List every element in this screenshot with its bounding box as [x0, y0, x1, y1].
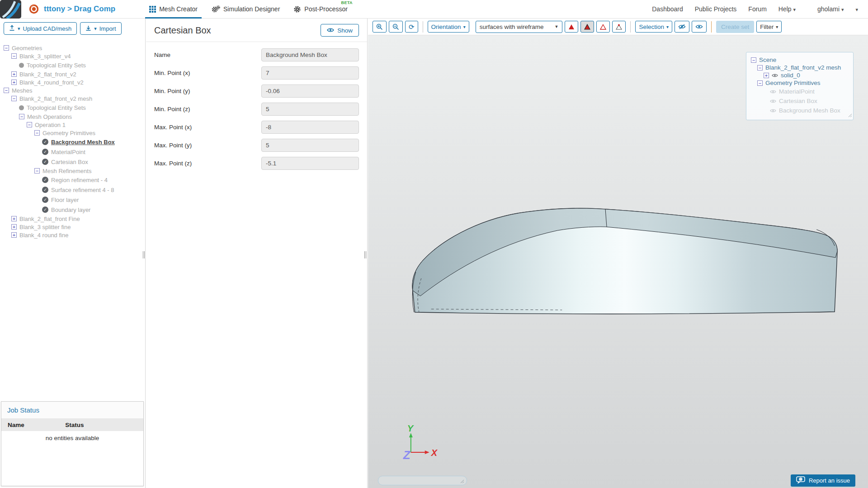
min-point-y-input[interactable]: [261, 84, 359, 98]
field-label: Name: [154, 52, 170, 58]
tree-item-blank-4-round-front-v2[interactable]: +Blank_4_round_front_v2: [4, 78, 145, 86]
nav-link-public-projects[interactable]: Public Projects: [695, 5, 737, 13]
expand-icon[interactable]: +: [11, 224, 17, 230]
render-wireframe-button[interactable]: [596, 21, 610, 33]
collapse-icon[interactable]: −: [4, 45, 9, 51]
orientation-dropdown[interactable]: Orientation ▾: [428, 21, 469, 33]
tree-item-label: Blank_4_round_front_v2: [19, 79, 84, 86]
collapse-icon[interactable]: −: [4, 88, 9, 93]
settings-menu[interactable]: ▾: [855, 5, 858, 13]
min-point-x-input[interactable]: [261, 66, 359, 80]
3d-canvas[interactable]: Y X Z −Scene−Blank_2_flat_front_v2 mesh+…: [368, 35, 868, 488]
max-point-x-input[interactable]: [261, 121, 359, 134]
nav-link-forum[interactable]: Forum: [748, 5, 766, 13]
zoom-in-button[interactable]: [373, 21, 387, 33]
eye-icon[interactable]: [772, 73, 778, 78]
create-set-button[interactable]: Create set: [716, 21, 754, 33]
expand-icon[interactable]: +: [764, 73, 769, 78]
eye-icon[interactable]: [770, 89, 776, 94]
tab-mesh-creator[interactable]: Mesh Creator: [142, 0, 204, 19]
collapse-icon[interactable]: −: [757, 65, 763, 70]
tree-item-label: Topological Entity Sets: [27, 104, 86, 111]
filter-dropdown[interactable]: Filter ▾: [756, 21, 782, 33]
collapse-icon[interactable]: −: [19, 114, 24, 119]
scene-item-background-mesh-box[interactable]: Background Mesh Box: [751, 106, 849, 115]
collapsed-info-panel[interactable]: [378, 476, 467, 485]
tree-item-label: Mesh Refinements: [42, 168, 91, 174]
tree-item-topological-entity-sets[interactable]: Topological Entity Sets: [4, 60, 145, 70]
show-selection-button[interactable]: [692, 21, 707, 33]
expand-icon[interactable]: +: [11, 216, 17, 221]
scene-item-geometry-primitives[interactable]: −Geometry Primitives: [751, 79, 849, 87]
sidebar-splitter-handle[interactable]: [143, 251, 146, 258]
min-point-z-input[interactable]: [261, 103, 359, 116]
axis-x-label: X: [431, 448, 438, 458]
import-button[interactable]: ▾ Import: [80, 22, 121, 35]
render-surfaces-wireframe-button[interactable]: [580, 21, 594, 33]
scene-item-materialpoint[interactable]: MaterialPoint: [751, 87, 849, 96]
tree-item-geometry-primitives[interactable]: −Geometry Primitives: [4, 129, 145, 137]
scene-item-blank-2-flat-front-v2-mesh[interactable]: −Blank_2_flat_front_v2 mesh: [751, 64, 849, 71]
eye-icon[interactable]: [770, 99, 776, 103]
tree-item-background-mesh-box[interactable]: ✓Background Mesh Box: [4, 137, 145, 147]
tree-item-blank-3-splitter-v4[interactable]: −Blank_3_splitter_v4: [4, 52, 145, 60]
resize-handle-icon[interactable]: [848, 112, 852, 119]
tree-item-meshes[interactable]: −Meshes: [4, 86, 145, 94]
import-icon: [85, 25, 91, 32]
refresh-view-button[interactable]: ⟳: [405, 21, 418, 33]
eye-icon[interactable]: [770, 108, 776, 113]
tree-item-geometries[interactable]: −Geometries: [4, 44, 145, 52]
max-point-y-input[interactable]: [261, 139, 359, 152]
tab-post-processor[interactable]: Post-Processor BETA: [287, 0, 354, 19]
collapse-icon[interactable]: −: [34, 130, 40, 136]
scene-item-scene[interactable]: −Scene: [751, 56, 849, 64]
tree-item-materialpoint[interactable]: ✓MaterialPoint: [4, 147, 145, 157]
expand-icon[interactable]: +: [11, 232, 17, 238]
hide-selection-button[interactable]: [675, 21, 689, 33]
help-menu[interactable]: Help ▾: [778, 5, 796, 13]
tree-item-mesh-operations[interactable]: −Mesh Operations: [4, 113, 145, 121]
show-button[interactable]: Show: [321, 24, 359, 37]
project-breadcrumb[interactable]: tttony > Drag Comp: [44, 5, 115, 14]
tree-item-label: Floor layer: [51, 197, 79, 203]
render-points-button[interactable]: [612, 21, 626, 33]
tree-item-mesh-refinements[interactable]: −Mesh Refinements: [4, 167, 145, 175]
expand-icon[interactable]: +: [11, 71, 17, 77]
tree-item-operation-1[interactable]: −Operation 1: [4, 121, 145, 129]
tree-item-boundary-layer[interactable]: ✓Boundary layer: [4, 205, 145, 215]
tree-item-blank-2-flat-front-v2[interactable]: +Blank_2_flat_front_v2: [4, 70, 145, 78]
tree-item-label: Blank_3 splitter fine: [19, 224, 71, 230]
user-menu[interactable]: gholami ▾: [817, 5, 844, 13]
tree-item-region-refinement-4[interactable]: ✓Region refinement - 4: [4, 175, 145, 185]
tree-item-floor-layer[interactable]: ✓Floor layer: [4, 195, 145, 205]
render-mode-select[interactable]: surfaces with wireframe ▼: [476, 21, 563, 33]
tree-item-blank-2-flat-front-fine[interactable]: +Blank_2_flat_front Fine: [4, 215, 145, 223]
selection-dropdown[interactable]: Selection ▾: [635, 21, 672, 33]
collapse-icon[interactable]: −: [757, 80, 763, 86]
render-surfaces-button[interactable]: [565, 21, 578, 33]
tree-item-blank-2-flat-front-v2-mesh[interactable]: −Blank_2_flat_front_v2 mesh: [4, 94, 145, 103]
expand-icon[interactable]: +: [11, 80, 17, 85]
max-point-z-input[interactable]: [261, 157, 359, 170]
scene-item-cartesian-box[interactable]: Cartesian Box: [751, 96, 849, 106]
name-input[interactable]: [261, 48, 359, 61]
upload-cad-mesh-button[interactable]: ▾ Upload CAD/mesh: [4, 22, 77, 35]
zoom-out-button[interactable]: [389, 21, 403, 33]
tab-simulation-designer[interactable]: Simulation Designer: [204, 0, 287, 19]
scene-item-solid-0[interactable]: +solid_0: [751, 71, 849, 79]
tree-item-surface-refinement-4-8[interactable]: ✓Surface refinement 4 - 8: [4, 185, 145, 195]
upload-icon: [9, 25, 15, 32]
tree-item-topological-entity-sets[interactable]: Topological Entity Sets: [4, 103, 145, 113]
collapse-icon[interactable]: −: [27, 122, 32, 127]
collapse-icon[interactable]: −: [751, 57, 756, 63]
tree-item-cartesian-box[interactable]: ✓Cartesian Box: [4, 157, 145, 167]
collapse-icon[interactable]: −: [11, 53, 17, 59]
tree-item-blank-4-round-fine[interactable]: +Blank_4 round fine: [4, 231, 145, 239]
nav-link-dashboard[interactable]: Dashboard: [652, 5, 683, 13]
collapse-icon[interactable]: −: [11, 96, 17, 101]
collapse-icon[interactable]: −: [34, 168, 40, 174]
app-logo[interactable]: [0, 0, 21, 19]
panel-splitter-handle[interactable]: [364, 251, 368, 258]
tree-item-blank-3-splitter-fine[interactable]: +Blank_3 splitter fine: [4, 223, 145, 231]
report-issue-button[interactable]: Report an issue: [791, 474, 855, 487]
